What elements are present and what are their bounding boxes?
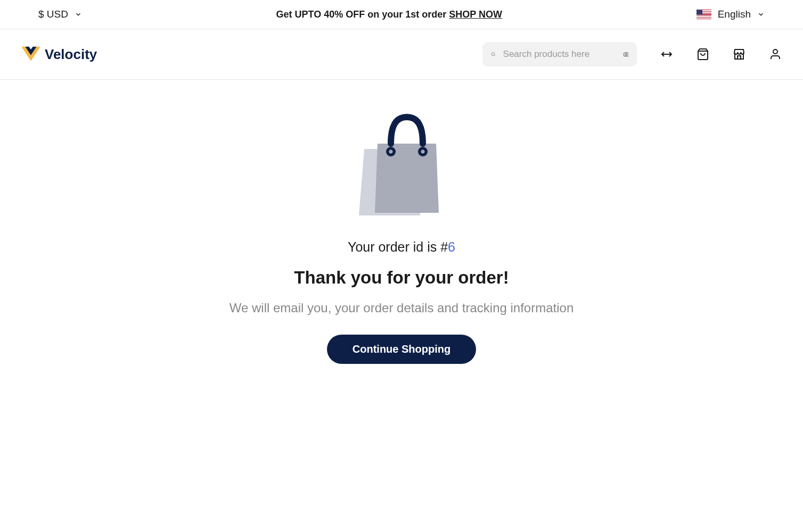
user-icon[interactable] [769,48,782,61]
language-selector[interactable]: English [697,9,765,20]
promo-text: Get UPTO 40% OFF on your 1st order [276,9,449,20]
shop-now-link[interactable]: SHOP NOW [449,9,502,20]
order-id-number: 6 [448,239,455,254]
us-flag-icon [697,10,711,19]
store-icon[interactable] [733,48,745,61]
search-box[interactable] [482,42,637,66]
shopping-bag-icon[interactable] [697,48,709,61]
chevron-down-icon [757,11,765,18]
chevron-down-icon [75,11,82,18]
svg-point-8 [421,150,425,154]
svg-point-4 [773,49,777,54]
nav-bar: Velocity [0,29,803,80]
svg-point-2 [625,54,627,55]
main-content: Your order id is #6 Thank you for your o… [0,80,803,396]
svg-point-0 [491,53,495,56]
currency-label: $ USD [38,9,68,20]
svg-point-6 [389,150,393,154]
nav-right [482,42,782,66]
continue-shopping-button[interactable]: Continue Shopping [327,335,476,364]
shopping-bag-illustration [354,112,449,218]
order-id-prefix: Your order id is # [348,239,448,254]
order-id-text: Your order id is #6 [348,239,455,255]
logo[interactable]: Velocity [21,46,97,63]
compare-icon[interactable] [660,48,673,61]
search-input[interactable] [503,49,616,60]
promo-banner: Get UPTO 40% OFF on your 1st order SHOP … [276,9,502,20]
info-text: We will email you, your order details an… [230,301,574,315]
logo-text: Velocity [45,46,97,63]
currency-selector[interactable]: $ USD [38,9,82,20]
thank-you-heading: Thank you for your order! [294,268,509,288]
velocity-logo-icon [21,46,40,63]
language-label: English [718,9,751,20]
top-bar: $ USD Get UPTO 40% OFF on your 1st order… [0,0,803,29]
svg-line-1 [494,55,495,56]
camera-icon[interactable] [624,48,628,60]
search-icon [491,49,496,60]
